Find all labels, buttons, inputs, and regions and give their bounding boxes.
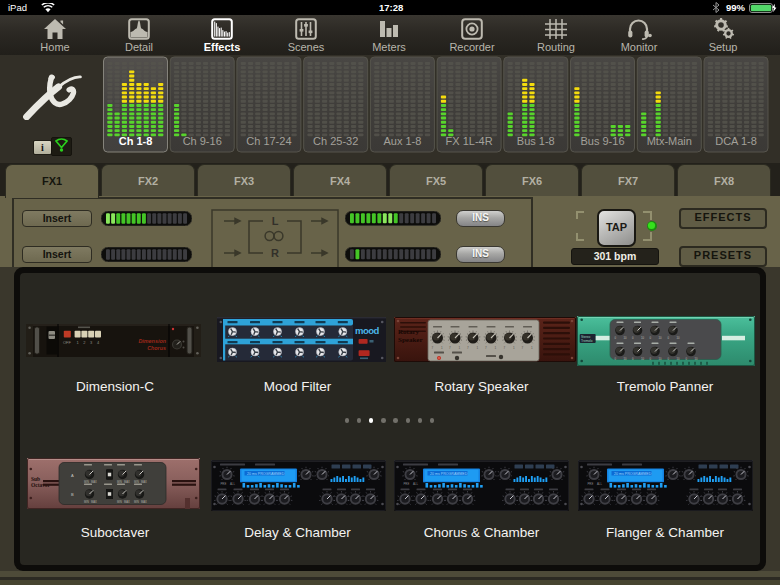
svg-text:MAX: MAX — [124, 500, 130, 504]
svg-text:20 ms PROGRAMMED: 20 ms PROGRAMMED — [247, 472, 285, 476]
svg-text:B: B — [71, 492, 74, 497]
svg-text:PRE: PRE — [404, 482, 410, 486]
svg-text:FX 1L-4R: FX 1L-4R — [446, 135, 493, 147]
svg-text:A: A — [71, 473, 74, 478]
svg-text:Ch 25-32: Ch 25-32 — [313, 135, 358, 147]
svg-text:MAX: MAX — [91, 480, 97, 484]
svg-text:MIN: MIN — [84, 480, 89, 484]
svg-text:Speaker: Speaker — [398, 336, 423, 344]
svg-text:MIN: MIN — [134, 480, 139, 484]
svg-text:Tremolo: Tremolo — [581, 339, 593, 343]
svg-text:10: 10 — [677, 336, 681, 340]
svg-text:Mtx-Main: Mtx-Main — [647, 135, 692, 147]
svg-text:10: 10 — [641, 357, 645, 361]
svg-text:10: 10 — [624, 357, 628, 361]
svg-text:Ch 9-16: Ch 9-16 — [183, 135, 222, 147]
svg-text:MAX: MAX — [124, 480, 130, 484]
svg-text:ALL: ALL — [230, 482, 235, 486]
svg-text:MIN: MIN — [117, 500, 122, 504]
svg-text:ALL: ALL — [413, 482, 418, 486]
svg-text:MIN: MIN — [84, 500, 89, 504]
svg-text:R: R — [271, 247, 279, 259]
svg-text:10: 10 — [695, 357, 699, 361]
svg-text:Rotary: Rotary — [398, 328, 419, 336]
svg-text:Chorus: Chorus — [147, 345, 166, 351]
svg-text:10: 10 — [641, 336, 645, 340]
svg-text:20 ms PROGRAMMED: 20 ms PROGRAMMED — [614, 472, 652, 476]
svg-text:OFF: OFF — [63, 340, 72, 345]
svg-text:MIN: MIN — [134, 500, 139, 504]
svg-text:Ch 17-24: Ch 17-24 — [246, 135, 291, 147]
svg-text:Dimension: Dimension — [138, 338, 166, 344]
svg-text:ALL: ALL — [597, 482, 602, 486]
svg-text:mood: mood — [355, 325, 380, 336]
svg-text:MAX: MAX — [141, 500, 147, 504]
svg-text:MIN: MIN — [117, 480, 122, 484]
svg-text:10: 10 — [659, 336, 663, 340]
svg-text:L: L — [272, 215, 279, 227]
svg-text:Bus 1-8: Bus 1-8 — [517, 135, 555, 147]
svg-text:Aux 1-8: Aux 1-8 — [383, 135, 421, 147]
svg-text:10: 10 — [659, 357, 663, 361]
svg-text:DCA 1-8: DCA 1-8 — [715, 135, 757, 147]
svg-text:MAX: MAX — [91, 500, 97, 504]
svg-text:10: 10 — [677, 357, 681, 361]
svg-text:20 ms PROGRAMMED: 20 ms PROGRAMMED — [430, 472, 468, 476]
svg-text:Bus 9-16: Bus 9-16 — [580, 135, 624, 147]
svg-text:Ch 1-8: Ch 1-8 — [119, 135, 153, 147]
svg-text:PRE: PRE — [221, 482, 227, 486]
svg-text:PRE: PRE — [588, 482, 594, 486]
svg-text:10: 10 — [624, 336, 628, 340]
svg-text:MAX: MAX — [141, 480, 147, 484]
